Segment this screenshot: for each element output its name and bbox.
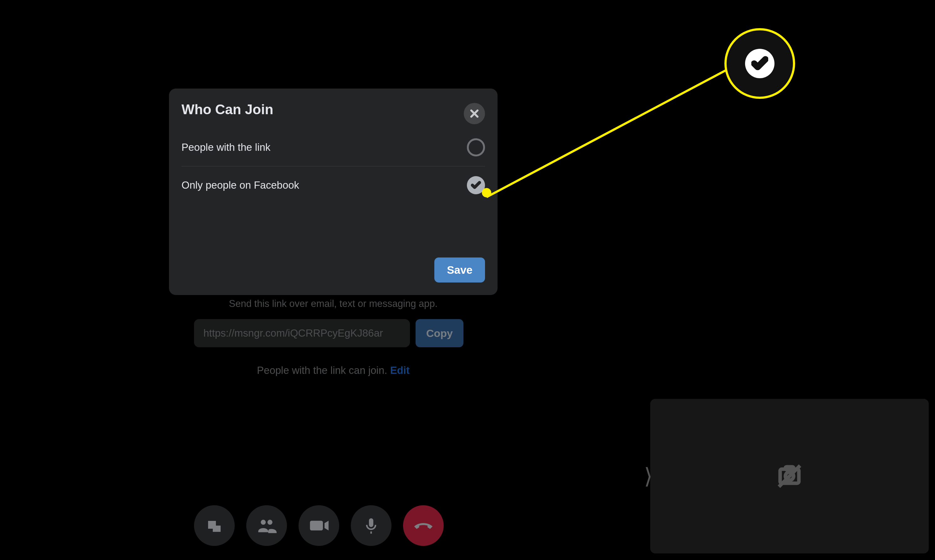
- close-button[interactable]: [464, 103, 485, 124]
- dialog-title: Who Can Join: [181, 102, 485, 117]
- radio-selected-icon: [467, 176, 485, 194]
- close-icon: [470, 109, 479, 118]
- option-label: Only people on Facebook: [181, 179, 299, 191]
- join-options: People with the link Only people on Face…: [181, 129, 485, 204]
- who-can-join-dialog: Who Can Join People with the link Only p…: [169, 89, 498, 295]
- option-people-with-link[interactable]: People with the link: [181, 129, 485, 166]
- radio-unselected-icon: [467, 138, 485, 157]
- save-button[interactable]: Save: [434, 257, 485, 283]
- option-only-facebook[interactable]: Only people on Facebook: [181, 166, 485, 204]
- option-label: People with the link: [181, 142, 271, 153]
